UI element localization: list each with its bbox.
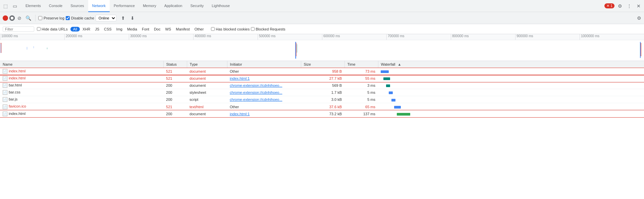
- filter-ws[interactable]: WS: [163, 27, 173, 31]
- table-row[interactable]: 📄bar.js200scriptchrome-extension://cdnhi…: [0, 96, 644, 103]
- cell-waterfall: [378, 96, 644, 103]
- waterfall-bar: [386, 84, 390, 87]
- col-time[interactable]: Time: [344, 61, 378, 68]
- tab-application[interactable]: Application: [160, 0, 186, 12]
- cell-size: 73.2 kB: [301, 110, 344, 117]
- table-row[interactable]: 📄index.html200documentindex.html:173.2 k…: [0, 110, 644, 117]
- col-name[interactable]: Name: [0, 61, 163, 68]
- timeline-spike-5: [47, 48, 47, 49]
- tab-network[interactable]: Network: [88, 0, 110, 12]
- filter-icon[interactable]: ⊘: [16, 15, 23, 21]
- has-blocked-cookies-label[interactable]: Has blocked cookies: [211, 27, 250, 31]
- tab-sources[interactable]: Sources: [66, 0, 88, 12]
- more-icon[interactable]: ⋮: [625, 2, 633, 10]
- device-icon[interactable]: ▭: [11, 2, 19, 10]
- cell-initiator[interactable]: chrome-extension://cdnhihoeo...: [227, 89, 301, 96]
- timeline: 100000 ms 200000 ms 300000 ms 400000 ms …: [0, 34, 644, 61]
- ruler-mark-8: 800000 ms: [451, 34, 515, 40]
- cell-initiator[interactable]: chrome-extension://cdnhihoeo...: [227, 96, 301, 103]
- record-button[interactable]: [3, 15, 8, 21]
- cell-time: 55 ms: [344, 75, 378, 82]
- cell-name: 📄bar.js: [0, 96, 163, 103]
- cell-name: 📄index.html: [0, 110, 163, 117]
- file-icon: 📄: [3, 90, 7, 95]
- filter-font[interactable]: Font: [140, 27, 151, 31]
- cell-waterfall: [378, 89, 644, 96]
- disable-cache-label[interactable]: Disable cache: [66, 16, 94, 20]
- timeline-body[interactable]: [0, 40, 644, 61]
- waterfall-bar: [383, 77, 390, 80]
- tab-performance[interactable]: Performance: [110, 0, 139, 12]
- tab-security[interactable]: Security: [186, 0, 208, 12]
- cell-initiator[interactable]: index.html:1: [227, 75, 301, 82]
- timeline-spike-8: [297, 44, 297, 53]
- has-blocked-cookies-checkbox[interactable]: [211, 27, 215, 31]
- filter-img[interactable]: Img: [114, 27, 124, 31]
- cell-type: document: [187, 68, 227, 75]
- download-icon[interactable]: ⬇: [128, 15, 137, 21]
- ruler-mark-6: 600000 ms: [322, 34, 386, 40]
- hide-data-urls-checkbox[interactable]: [37, 27, 41, 31]
- filter-other[interactable]: Other: [193, 27, 206, 31]
- blocked-requests-label[interactable]: Blocked Requests: [251, 27, 285, 31]
- filter-doc[interactable]: Doc: [152, 27, 163, 31]
- filter-all[interactable]: All: [70, 27, 80, 31]
- tab-console[interactable]: Console: [45, 0, 66, 12]
- tab-lighthouse[interactable]: Lighthouse: [208, 0, 234, 12]
- table-row[interactable]: 📄bar.html200documentchrome-extension://c…: [0, 82, 644, 89]
- cell-name: 📄bar.html: [0, 82, 163, 89]
- waterfall-bar: [394, 106, 401, 109]
- hide-data-urls-label[interactable]: Hide data URLs: [37, 27, 68, 31]
- inspect-icon[interactable]: ⬚: [1, 2, 9, 10]
- table-row[interactable]: 📄bar.css200stylesheetchrome-extension://…: [0, 89, 644, 96]
- filter-bar: Hide data URLs All XHR JS CSS Img Media …: [0, 24, 644, 34]
- blocked-wrap: Has blocked cookies Blocked Requests: [211, 27, 285, 31]
- table-wrap[interactable]: Name Status Type Initiator Size Time Wat…: [0, 61, 644, 188]
- blocked-requests-checkbox[interactable]: [251, 27, 255, 31]
- filter-manifest[interactable]: Manifest: [174, 27, 192, 31]
- throttle-select[interactable]: Online: [96, 15, 116, 21]
- col-size[interactable]: Size: [301, 61, 344, 68]
- table-row[interactable]: 📄index.html521documentindex.html:127.7 k…: [0, 75, 644, 82]
- cell-waterfall: [378, 82, 644, 89]
- tab-bar: ⬚ ▭ Elements Console Sources Network Per…: [0, 0, 644, 12]
- toolbar: ⊘ 🔍 Preserve log Disable cache Online ⬆ …: [0, 12, 644, 24]
- filter-input-wrap: [3, 26, 34, 32]
- stop-button[interactable]: [9, 15, 15, 21]
- waterfall-bar: [381, 70, 389, 73]
- settings-icon[interactable]: ⚙: [616, 2, 624, 10]
- cell-waterfall: [378, 68, 644, 75]
- filter-js[interactable]: JS: [93, 27, 101, 31]
- preserve-log-label[interactable]: Preserve log: [38, 16, 64, 20]
- col-status[interactable]: Status: [163, 61, 187, 68]
- waterfall-bar: [389, 91, 393, 94]
- filter-input[interactable]: [5, 27, 32, 31]
- col-initiator[interactable]: Initiator: [227, 61, 301, 68]
- upload-icon[interactable]: ⬆: [119, 15, 127, 21]
- cell-initiator[interactable]: chrome-extension://cdnhihoeo...: [227, 82, 301, 89]
- timeline-spike-2: [1, 44, 1, 53]
- preserve-log-checkbox[interactable]: [38, 16, 42, 20]
- filter-css[interactable]: CSS: [102, 27, 114, 31]
- filter-media[interactable]: Media: [125, 27, 139, 31]
- ruler-mark-4: 400000 ms: [193, 34, 258, 40]
- network-settings-icon[interactable]: ⚙: [637, 15, 641, 21]
- tab-elements[interactable]: Elements: [21, 0, 45, 12]
- table-row[interactable]: 📄index.html521documentOther958 B73 ms: [0, 68, 644, 75]
- ruler-mark-9: 900000 ms: [515, 34, 580, 40]
- cell-type: stylesheet: [187, 89, 227, 96]
- cell-size: 569 B: [301, 82, 344, 89]
- close-icon[interactable]: ✕: [635, 2, 643, 10]
- col-type[interactable]: Type: [187, 61, 227, 68]
- ruler-mark-7: 700000 ms: [386, 34, 451, 40]
- cell-name: 📄index.html: [0, 68, 163, 75]
- search-icon[interactable]: 🔍: [24, 15, 33, 21]
- cell-initiator[interactable]: index.html:1: [227, 110, 301, 117]
- col-waterfall[interactable]: Waterfall ▲: [378, 61, 644, 68]
- tab-memory[interactable]: Memory: [139, 0, 160, 12]
- cell-type: text/html: [187, 103, 227, 110]
- filter-xhr[interactable]: XHR: [80, 27, 92, 31]
- table-row[interactable]: 📄favicon.ico521text/htmlOther37.6 kB65 m…: [0, 103, 644, 110]
- error-badge: ✕ 1: [604, 3, 614, 8]
- disable-cache-checkbox[interactable]: [66, 16, 70, 20]
